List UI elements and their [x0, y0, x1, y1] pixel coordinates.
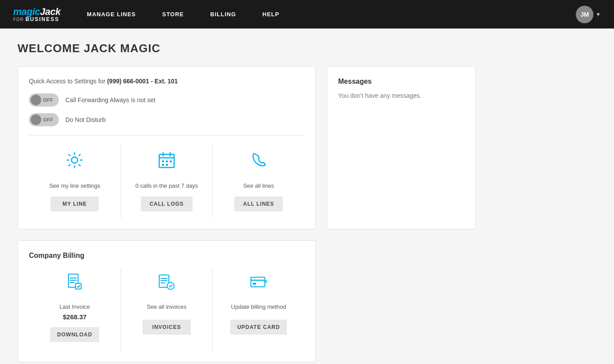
logo-sub: for BUSINESS: [13, 17, 61, 22]
last-invoice-tile: Last Invoice $268.37 DOWNLOAD: [29, 268, 121, 351]
do-not-disturb-row: OFF Do Not Disturb: [29, 113, 304, 126]
billing-card: Company Billing Last Invoice $268.37 DOW…: [18, 240, 316, 362]
download-button[interactable]: DOWNLOAD: [50, 327, 99, 342]
svg-rect-5: [162, 164, 164, 166]
logo[interactable]: magicJack for BUSINESS: [13, 7, 61, 22]
logo-text: magicJack: [13, 7, 61, 17]
nav-store[interactable]: STORE: [162, 11, 184, 18]
svg-rect-12: [253, 283, 256, 285]
invoices-icon: [157, 273, 176, 300]
messages-card: Messages You don't have any messages.: [327, 66, 476, 229]
svg-rect-2: [162, 161, 164, 162]
last-invoice-amount: $268.37: [63, 313, 86, 321]
invoices-button[interactable]: INVOICES: [143, 320, 191, 335]
page-title: WELCOME JACK MAGIC: [18, 42, 596, 55]
credit-card-icon: [250, 273, 268, 300]
do-not-disturb-label: Do Not Disturb: [65, 116, 106, 123]
main-content: WELCOME JACK MAGIC Quick Access to Setti…: [0, 29, 614, 364]
messages-title: Messages: [338, 78, 464, 86]
toggle-circle: [31, 95, 41, 105]
nav-billing[interactable]: BILLING: [210, 11, 236, 18]
see-invoices-tile: See all invoices INVOICES: [121, 268, 213, 351]
nav-help[interactable]: HELP: [262, 11, 279, 18]
user-menu[interactable]: JM ▼: [576, 6, 601, 23]
content-row: Quick Access to Settings for (999) 666-0…: [18, 66, 596, 229]
divider: [29, 135, 304, 136]
nav-links: MANAGE LINES STORE BILLING HELP: [87, 11, 576, 18]
billing-tiles: Last Invoice $268.37 DOWNLOAD See all in…: [29, 268, 304, 351]
svg-rect-8: [75, 283, 81, 289]
svg-rect-11: [251, 277, 265, 287]
phone-number: (999) 666-0001 - Ext. 101: [107, 78, 178, 85]
all-lines-label: See all lines: [243, 182, 274, 190]
messages-empty: You don't have any messages.: [338, 92, 464, 99]
billing-title: Company Billing: [29, 252, 304, 260]
quick-access-card: Quick Access to Settings for (999) 666-0…: [18, 66, 316, 229]
update-billing-tile: Update billing method UPDATE CARD: [213, 268, 304, 351]
svg-rect-6: [166, 164, 168, 166]
action-tiles: See my line settings MY LINE: [29, 144, 304, 218]
settings-icon: [65, 151, 84, 178]
navbar: magicJack for BUSINESS MANAGE LINES STOR…: [0, 0, 614, 29]
invoice-icon: [65, 273, 84, 300]
quick-access-subtitle: Quick Access to Settings for (999) 666-0…: [29, 78, 304, 85]
call-logs-button[interactable]: CALL LOGS: [141, 196, 193, 211]
call-forwarding-toggle[interactable]: OFF: [29, 93, 59, 107]
toggle-circle-2: [31, 114, 41, 125]
all-lines-tile: See all lines ALL LINES: [213, 144, 304, 218]
update-card-button[interactable]: UPDATE CARD: [230, 320, 287, 335]
update-billing-label: Update billing method: [231, 303, 286, 311]
last-invoice-label: Last Invoice: [60, 303, 90, 311]
toggle-off-label: OFF: [43, 97, 54, 103]
svg-rect-4: [170, 161, 172, 162]
toggle-off-label-2: OFF: [43, 117, 54, 122]
calendar-icon: [157, 151, 176, 178]
svg-rect-3: [166, 161, 168, 162]
all-lines-button[interactable]: ALL LINES: [234, 196, 283, 211]
user-dropdown-arrow[interactable]: ▼: [596, 11, 601, 18]
phone-icon: [250, 151, 268, 178]
my-line-label: See my line settings: [49, 182, 100, 190]
my-line-tile: See my line settings MY LINE: [29, 144, 121, 218]
call-forwarding-row: OFF Call Forwarding Always is not set: [29, 93, 304, 107]
call-forwarding-label: Call Forwarding Always is not set: [65, 96, 155, 103]
user-avatar[interactable]: JM: [576, 6, 593, 23]
call-logs-label: 0 calls in the past 7 days: [136, 182, 198, 190]
nav-manage-lines[interactable]: MANAGE LINES: [87, 11, 136, 18]
call-logs-tile: 0 calls in the past 7 days CALL LOGS: [121, 144, 213, 218]
my-line-button[interactable]: MY LINE: [50, 196, 99, 211]
do-not-disturb-toggle[interactable]: OFF: [29, 113, 59, 126]
svg-point-0: [71, 157, 78, 163]
see-invoices-label: See all invoices: [147, 303, 186, 311]
